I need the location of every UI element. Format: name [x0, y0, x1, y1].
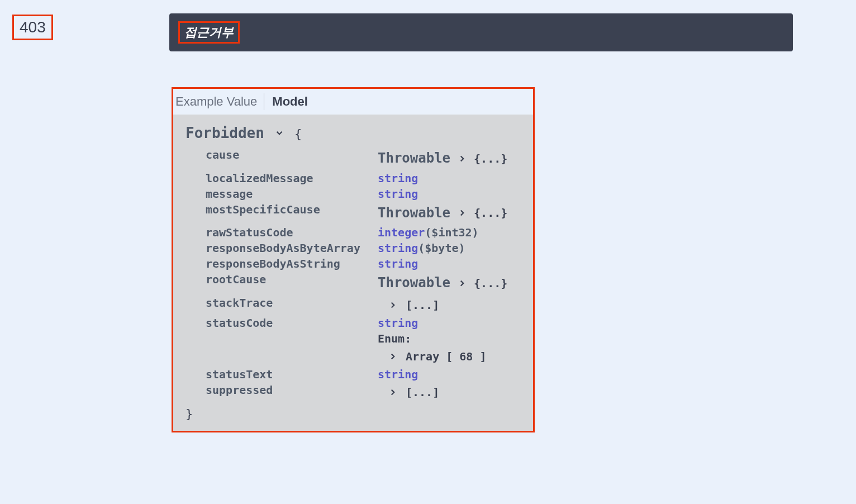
property-value: string($byte)	[378, 240, 465, 256]
close-brace: }	[186, 407, 521, 421]
model-property-row: rawStatusCodeinteger($int32)	[206, 225, 521, 240]
chevron-right-icon[interactable]	[457, 278, 467, 288]
property-format: ($byte)	[418, 241, 465, 255]
type-reference: Throwable	[378, 149, 450, 168]
collapsed-object[interactable]: {...}	[474, 275, 507, 291]
property-name: suppressed	[206, 382, 378, 398]
collapsed-array[interactable]: [...]	[406, 297, 439, 313]
property-name: responseBodyAsByteArray	[206, 240, 378, 256]
property-type: string	[378, 257, 418, 270]
tab-model[interactable]: Model	[271, 93, 316, 110]
property-type: integer	[378, 226, 425, 239]
property-value: string	[378, 186, 418, 202]
chevron-down-icon[interactable]	[274, 128, 284, 138]
model-property-row: responseBodyAsByteArraystring($byte)	[206, 240, 521, 256]
type-reference: Throwable	[378, 274, 450, 293]
property-name: statusText	[206, 367, 378, 382]
model-property-row: stackTrace[...]	[206, 295, 521, 315]
property-type: string	[378, 241, 418, 255]
property-value: Throwable{...}	[378, 272, 507, 295]
property-value: Throwable{...}	[378, 147, 507, 170]
model-property-row: rootCauseThrowable{...}	[206, 272, 521, 295]
model-panel: Example Value Model Forbidden { causeThr…	[172, 87, 535, 432]
collapsed-object[interactable]: {...}	[474, 205, 507, 221]
open-brace: {	[294, 127, 302, 141]
chevron-right-icon[interactable]	[388, 351, 398, 362]
collapsed-array[interactable]: [...]	[406, 384, 439, 400]
model-property-row: messagestring	[206, 186, 521, 202]
property-value: string	[378, 256, 418, 272]
property-type: string	[378, 368, 418, 381]
chevron-right-icon[interactable]	[388, 300, 398, 310]
property-name: stackTrace	[206, 295, 378, 311]
model-property-row: suppressed[...]	[206, 382, 521, 402]
enum-array[interactable]: Array [ 68 ]	[406, 349, 487, 364]
status-code: 403	[12, 15, 53, 40]
property-name: responseBodyAsString	[206, 256, 378, 272]
model-property-row: statusTextstring	[206, 367, 521, 382]
property-name: message	[206, 186, 378, 202]
property-value: [...]	[378, 382, 439, 402]
model-body: Forbidden { causeThrowable{...}localized…	[173, 115, 533, 431]
chevron-right-icon[interactable]	[457, 154, 467, 164]
chevron-right-icon[interactable]	[388, 387, 398, 397]
property-name: rawStatusCode	[206, 225, 378, 240]
property-value: Throwable{...}	[378, 202, 507, 225]
property-value: integer($int32)	[378, 225, 479, 240]
property-name: statusCode	[206, 315, 378, 331]
model-property-row: causeThrowable{...}	[206, 147, 521, 170]
property-name: localizedMessage	[206, 170, 378, 186]
model-property-row: statusCodestringEnum:Array [ 68 ]	[206, 315, 521, 367]
enum-label: Enum:	[378, 331, 487, 346]
collapsed-object[interactable]: {...}	[474, 151, 507, 167]
property-type: string	[378, 172, 418, 185]
tabs: Example Value Model	[173, 89, 533, 115]
response-description: 접근거부	[178, 21, 240, 44]
property-name: mostSpecificCause	[206, 202, 378, 217]
model-name: Forbidden	[186, 125, 264, 141]
model-property-row: localizedMessagestring	[206, 170, 521, 186]
tab-example-value[interactable]: Example Value	[175, 93, 264, 110]
property-name: cause	[206, 147, 378, 163]
model-property-row: responseBodyAsStringstring	[206, 256, 521, 272]
property-value: [...]	[378, 295, 439, 315]
property-value: stringEnum:Array [ 68 ]	[378, 315, 487, 367]
chevron-right-icon[interactable]	[457, 208, 467, 218]
property-type: string	[378, 316, 418, 330]
model-property-row: mostSpecificCauseThrowable{...}	[206, 202, 521, 225]
property-value: string	[378, 367, 418, 382]
response-description-bar: 접근거부	[169, 13, 793, 51]
type-reference: Throwable	[378, 204, 450, 223]
property-format: ($int32)	[425, 226, 478, 239]
property-value: string	[378, 170, 418, 186]
property-type: string	[378, 187, 418, 201]
property-name: rootCause	[206, 272, 378, 287]
